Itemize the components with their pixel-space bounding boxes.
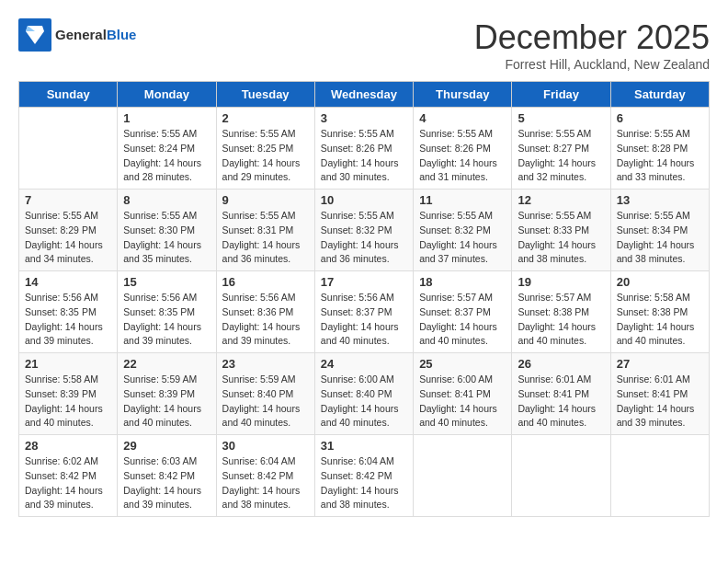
- daylight-label: Daylight: 14 hours and 30 minutes.: [321, 157, 399, 183]
- calendar-cell: 31 Sunrise: 6:04 AM Sunset: 8:42 PM Dayl…: [314, 435, 413, 517]
- sunset-label: Sunset: 8:30 PM: [123, 224, 195, 236]
- day-info: Sunrise: 6:01 AM Sunset: 8:41 PM Dayligh…: [518, 373, 604, 431]
- daylight-label: Daylight: 14 hours and 40 minutes.: [222, 403, 301, 429]
- sunset-label: Sunset: 8:35 PM: [25, 306, 97, 317]
- sunset-label: Sunset: 8:24 PM: [123, 143, 195, 154]
- calendar-cell: 23 Sunrise: 5:59 AM Sunset: 8:40 PM Dayl…: [216, 353, 314, 435]
- calendar-cell: 2 Sunrise: 5:55 AM Sunset: 8:25 PM Dayli…: [216, 108, 314, 190]
- day-info: Sunrise: 5:55 AM Sunset: 8:29 PM Dayligh…: [25, 209, 111, 267]
- calendar-cell: 13 Sunrise: 5:55 AM Sunset: 8:34 PM Dayl…: [610, 190, 709, 271]
- daylight-label: Daylight: 14 hours and 36 minutes.: [222, 239, 301, 265]
- day-info: Sunrise: 5:59 AM Sunset: 8:40 PM Dayligh…: [222, 373, 309, 431]
- sunset-label: Sunset: 8:41 PM: [617, 388, 688, 399]
- calendar-cell: 9 Sunrise: 5:55 AM Sunset: 8:31 PM Dayli…: [216, 190, 314, 271]
- day-number: 16: [222, 275, 309, 289]
- calendar-cell: [19, 108, 118, 190]
- calendar-cell: 4 Sunrise: 5:55 AM Sunset: 8:26 PM Dayli…: [414, 108, 512, 190]
- sunset-label: Sunset: 8:37 PM: [419, 306, 491, 317]
- sunrise-label: Sunrise: 5:56 AM: [321, 292, 394, 303]
- sunrise-label: Sunrise: 5:59 AM: [222, 373, 296, 385]
- sunrise-label: Sunrise: 5:58 AM: [25, 373, 98, 385]
- calendar-cell: 6 Sunrise: 5:55 AM Sunset: 8:28 PM Dayli…: [610, 108, 709, 190]
- daylight-label: Daylight: 14 hours and 40 minutes.: [518, 321, 596, 347]
- calendar-week-2: 7 Sunrise: 5:55 AM Sunset: 8:29 PM Dayli…: [19, 190, 710, 271]
- calendar-cell: 15 Sunrise: 5:56 AM Sunset: 8:35 PM Dayl…: [118, 271, 216, 353]
- sunrise-label: Sunrise: 5:55 AM: [617, 128, 690, 139]
- sunset-label: Sunset: 8:31 PM: [222, 224, 294, 236]
- sunset-label: Sunset: 8:42 PM: [321, 470, 392, 481]
- daylight-label: Daylight: 14 hours and 28 minutes.: [123, 157, 201, 183]
- page-header: GeneralBlue December 2025 Forrest Hill, …: [18, 18, 710, 72]
- sunrise-label: Sunrise: 5:55 AM: [222, 210, 296, 221]
- daylight-label: Daylight: 14 hours and 29 minutes.: [222, 157, 301, 183]
- day-number: 19: [518, 275, 604, 289]
- daylight-label: Daylight: 14 hours and 40 minutes.: [419, 321, 497, 347]
- day-number: 14: [25, 275, 111, 289]
- day-info: Sunrise: 6:01 AM Sunset: 8:41 PM Dayligh…: [617, 373, 703, 431]
- calendar-cell: [512, 435, 610, 517]
- calendar-week-1: 1 Sunrise: 5:55 AM Sunset: 8:24 PM Dayli…: [19, 108, 710, 190]
- day-info: Sunrise: 5:58 AM Sunset: 8:38 PM Dayligh…: [617, 291, 703, 349]
- sunrise-label: Sunrise: 6:01 AM: [518, 373, 591, 385]
- day-info: Sunrise: 5:55 AM Sunset: 8:32 PM Dayligh…: [419, 209, 506, 267]
- sunset-label: Sunset: 8:28 PM: [617, 143, 688, 154]
- sunrise-label: Sunrise: 5:56 AM: [222, 292, 296, 303]
- calendar-cell: 29 Sunrise: 6:03 AM Sunset: 8:42 PM Dayl…: [118, 435, 216, 517]
- day-number: 7: [25, 193, 111, 207]
- calendar-cell: 12 Sunrise: 5:55 AM Sunset: 8:33 PM Dayl…: [512, 190, 610, 271]
- day-number: 6: [617, 111, 703, 125]
- day-info: Sunrise: 6:00 AM Sunset: 8:40 PM Dayligh…: [321, 373, 407, 431]
- sunrise-label: Sunrise: 5:57 AM: [518, 292, 591, 303]
- sunrise-label: Sunrise: 5:55 AM: [123, 210, 197, 221]
- day-info: Sunrise: 5:55 AM Sunset: 8:25 PM Dayligh…: [222, 127, 309, 185]
- day-number: 3: [321, 111, 407, 125]
- day-info: Sunrise: 6:02 AM Sunset: 8:42 PM Dayligh…: [25, 454, 111, 512]
- day-number: 23: [222, 357, 309, 371]
- sunset-label: Sunset: 8:26 PM: [321, 143, 392, 154]
- calendar-cell: 1 Sunrise: 5:55 AM Sunset: 8:24 PM Dayli…: [118, 108, 216, 190]
- daylight-label: Daylight: 14 hours and 36 minutes.: [321, 239, 399, 265]
- daylight-label: Daylight: 14 hours and 40 minutes.: [123, 403, 201, 429]
- sunset-label: Sunset: 8:32 PM: [321, 224, 392, 236]
- calendar-cell: 22 Sunrise: 5:59 AM Sunset: 8:39 PM Dayl…: [118, 353, 216, 435]
- day-number: 10: [321, 193, 407, 207]
- day-info: Sunrise: 5:55 AM Sunset: 8:34 PM Dayligh…: [617, 209, 703, 267]
- daylight-label: Daylight: 14 hours and 32 minutes.: [518, 157, 596, 183]
- sunset-label: Sunset: 8:39 PM: [25, 388, 97, 399]
- sunset-label: Sunset: 8:40 PM: [222, 388, 294, 399]
- day-number: 27: [617, 357, 703, 371]
- sunrise-label: Sunrise: 5:59 AM: [123, 373, 197, 385]
- day-info: Sunrise: 5:59 AM Sunset: 8:39 PM Dayligh…: [123, 373, 210, 431]
- day-info: Sunrise: 5:55 AM Sunset: 8:30 PM Dayligh…: [123, 209, 210, 267]
- sunset-label: Sunset: 8:26 PM: [419, 143, 491, 154]
- title-block: December 2025 Forrest Hill, Auckland, Ne…: [474, 18, 710, 72]
- sunset-label: Sunset: 8:35 PM: [123, 306, 195, 317]
- day-header-tuesday: Tuesday: [216, 82, 314, 108]
- sunrise-label: Sunrise: 6:00 AM: [419, 373, 493, 385]
- day-info: Sunrise: 5:56 AM Sunset: 8:37 PM Dayligh…: [321, 291, 407, 349]
- sunset-label: Sunset: 8:27 PM: [518, 143, 589, 154]
- calendar-week-4: 21 Sunrise: 5:58 AM Sunset: 8:39 PM Dayl…: [19, 353, 710, 435]
- daylight-label: Daylight: 14 hours and 31 minutes.: [419, 157, 497, 183]
- calendar-cell: 3 Sunrise: 5:55 AM Sunset: 8:26 PM Dayli…: [314, 108, 413, 190]
- daylight-label: Daylight: 14 hours and 39 minutes.: [123, 321, 201, 347]
- day-number: 13: [617, 193, 703, 207]
- sunset-label: Sunset: 8:40 PM: [321, 388, 392, 399]
- day-info: Sunrise: 5:57 AM Sunset: 8:38 PM Dayligh…: [518, 291, 604, 349]
- day-number: 26: [518, 357, 604, 371]
- day-number: 4: [419, 111, 506, 125]
- sunrise-label: Sunrise: 6:03 AM: [123, 455, 197, 466]
- day-info: Sunrise: 5:55 AM Sunset: 8:28 PM Dayligh…: [617, 127, 703, 185]
- calendar-header-row: SundayMondayTuesdayWednesdayThursdayFrid…: [19, 82, 710, 108]
- day-number: 22: [123, 357, 210, 371]
- day-number: 24: [321, 357, 407, 371]
- day-header-sunday: Sunday: [19, 82, 118, 108]
- day-info: Sunrise: 5:58 AM Sunset: 8:39 PM Dayligh…: [25, 373, 111, 431]
- day-info: Sunrise: 6:04 AM Sunset: 8:42 PM Dayligh…: [222, 454, 309, 512]
- logo-icon: [18, 18, 51, 52]
- day-number: 17: [321, 275, 407, 289]
- sunrise-label: Sunrise: 5:55 AM: [518, 210, 591, 221]
- sunrise-label: Sunrise: 5:58 AM: [617, 292, 690, 303]
- sunrise-label: Sunrise: 5:56 AM: [25, 292, 98, 303]
- day-info: Sunrise: 5:55 AM Sunset: 8:26 PM Dayligh…: [419, 127, 506, 185]
